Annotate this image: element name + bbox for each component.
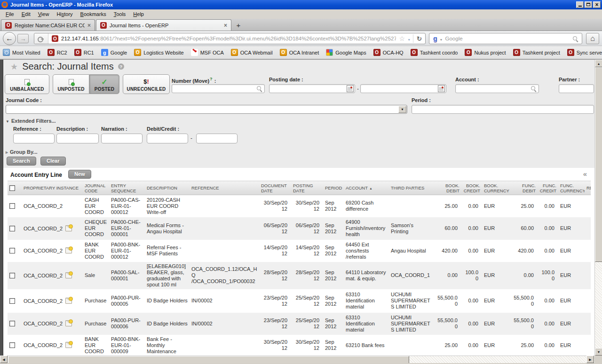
column-header-reconcile[interactable]: RE — [585, 181, 591, 195]
partner-input[interactable] — [559, 84, 594, 93]
column-header-account[interactable]: ACCOUNT — [344, 181, 389, 195]
back-button[interactable]: ← — [3, 32, 16, 45]
attachment-icon[interactable] — [65, 225, 72, 231]
bookmark-star-icon[interactable] — [399, 34, 405, 43]
attachment-icon[interactable] — [65, 272, 72, 278]
filter-button-unbalanced[interactable]: UNBALANCED — [5, 74, 49, 94]
posting-date-from-input[interactable] — [269, 84, 355, 93]
bookmark-msf-oca[interactable]: MSF OCA — [191, 49, 224, 56]
attachment-icon[interactable] — [65, 247, 72, 253]
reference-input[interactable] — [13, 134, 55, 143]
attachment-icon[interactable] — [65, 342, 72, 348]
left-sidebar-strip[interactable] — [0, 60, 3, 356]
bookmark-most-visited[interactable]: Most Visited — [3, 49, 40, 56]
row-checkbox[interactable] — [9, 298, 15, 304]
column-header-instance[interactable]: PROPRIETARY INSTANCE — [22, 181, 83, 195]
tab-close-icon[interactable] — [224, 22, 227, 29]
scroll-up-button[interactable]: ▲ — [595, 60, 602, 67]
bookmark-oca-hq[interactable]: OCA-HQ — [373, 49, 404, 56]
magnifier-icon[interactable] — [257, 86, 262, 91]
table-row[interactable]: OCA_COORD_2CHEQUE EUR COORDPA000-CHE-EUR… — [8, 217, 591, 240]
tab-1[interactable]: Register Name:CASH EUR COORD - Ope... — [1, 19, 95, 31]
tab-2[interactable]: Journal Items - OpenERP — [96, 19, 231, 31]
table-row[interactable]: OCA_COORD_2SalePA000-SAL-000001[ELAEBEAG… — [8, 262, 591, 289]
column-header-post-date[interactable]: POSTING DATE — [291, 181, 323, 195]
reload-button[interactable] — [413, 34, 422, 43]
column-header-book-debit[interactable]: BOOK. DEBIT — [434, 181, 461, 195]
magnifier-icon[interactable] — [531, 86, 536, 91]
filter-button-posted[interactable]: POSTED — [89, 74, 119, 94]
narration-input[interactable] — [101, 134, 143, 143]
minimize-button[interactable] — [576, 1, 584, 8]
horizontal-scrollbar[interactable]: ◀ ▶ — [0, 356, 594, 363]
vertical-scroll-thumb[interactable] — [595, 67, 602, 262]
period-input[interactable] — [412, 105, 594, 114]
url-bar[interactable]: 212.147.41.165:8061/?next=%2Fopenerp%2Ft… — [34, 33, 426, 44]
column-header-checkbox[interactable] — [8, 181, 22, 195]
bookmark-oca-webmail[interactable]: OCA Webmail — [231, 49, 273, 56]
restore-button[interactable] — [585, 1, 592, 8]
table-row[interactable]: OCA_COORD_2BANK EUR COORDPA000-BNK-EUR-0… — [8, 240, 591, 262]
home-button[interactable] — [586, 33, 599, 44]
vertical-scrollbar[interactable]: ▲ ▼ — [594, 60, 602, 356]
column-header-doc-date[interactable]: DOCUMENT DATE — [259, 181, 291, 195]
calendar-icon[interactable] — [347, 85, 354, 92]
column-header-func-currency[interactable]: FUNC. CURRENCY — [558, 181, 585, 195]
credit-to-input[interactable] — [196, 134, 238, 143]
menu-history[interactable]: History — [53, 10, 76, 18]
table-row[interactable]: OCA_COORD_2CASH EUR COORDPA000-CAS-EUR-0… — [8, 195, 591, 217]
column-header-book-currency[interactable]: BOOK. CURRENCY — [482, 181, 509, 195]
bookmark-google[interactable]: Google — [101, 49, 127, 56]
scroll-down-button[interactable]: ▼ — [595, 348, 602, 356]
column-header-book-credit[interactable]: BOOK. CREDIT — [461, 181, 482, 195]
table-row[interactable]: OCA_COORD_2PurchasePA000-PUR-000006ID Ba… — [8, 313, 591, 335]
row-checkbox[interactable] — [9, 226, 15, 231]
bookmark-nukus-project[interactable]: Nukus project — [465, 49, 506, 56]
menu-edit[interactable]: Edit — [18, 10, 34, 18]
bookmark-sync-server[interactable]: Sync server — [567, 49, 602, 56]
group-by-toggle[interactable]: Group By... — [6, 149, 38, 155]
bookmark-tashkent-coordo[interactable]: Tashkent coordo — [411, 49, 458, 56]
column-header-period[interactable]: PERIOD — [323, 181, 344, 195]
clear-button[interactable]: Clear — [40, 157, 66, 166]
scroll-right-button[interactable]: ▶ — [586, 356, 594, 363]
select-all-checkbox[interactable] — [9, 185, 15, 191]
debit-from-input[interactable] — [147, 134, 188, 143]
posting-date-to-input[interactable] — [360, 84, 446, 93]
bookmark-tashkent-project[interactable]: Tashkent project — [513, 49, 560, 56]
number-move-input[interactable] — [172, 84, 265, 93]
column-header-third-parties[interactable]: THIRD PARTIES — [389, 181, 434, 195]
url-text[interactable]: 212.147.41.165:8061/?next=%2Fopenerp%2Ft… — [61, 36, 396, 41]
menu-help[interactable]: Help — [129, 10, 148, 18]
row-checkbox[interactable] — [9, 321, 15, 326]
search-engine-dropdown-icon[interactable] — [440, 34, 443, 43]
row-checkbox[interactable] — [9, 342, 15, 348]
search-box[interactable]: g Google — [429, 33, 582, 44]
bookmark-google-maps[interactable]: Google Maps — [326, 49, 366, 56]
column-header-reference[interactable]: REFERENCE — [190, 181, 259, 195]
horizontal-scroll-thumb[interactable] — [8, 356, 409, 364]
journal-code-select[interactable] — [6, 105, 407, 114]
extended-filters-toggle[interactable]: Extended Filters... — [6, 118, 56, 124]
row-checkbox[interactable] — [9, 273, 15, 278]
column-header-func-credit[interactable]: FUNC. CREDIT — [538, 181, 558, 195]
table-row[interactable]: OCA_COORD_2PurchasePA000-PUR-000005ID Ba… — [8, 289, 591, 313]
new-button[interactable]: New — [68, 170, 91, 179]
dropdown-arrow-icon[interactable] — [398, 106, 406, 113]
url-dropdown-icon[interactable] — [407, 34, 411, 43]
menu-bookmarks[interactable]: Bookmarks — [77, 10, 110, 18]
column-header-description[interactable]: DESCRIPTION — [145, 181, 190, 195]
table-row[interactable]: OCA_COORD_2BANK EUR COORDPA000-BNK-EUR-0… — [8, 335, 591, 356]
row-checkbox[interactable] — [9, 203, 15, 209]
bookmark-oca-intranet[interactable]: OCA Intranet — [280, 49, 319, 56]
site-identity-box[interactable] — [34, 33, 48, 44]
help-badge[interactable]: ? — [118, 63, 124, 70]
bookmark-logistics-website[interactable]: Logistics Website — [134, 49, 183, 56]
description-input[interactable] — [56, 134, 99, 143]
calendar-icon[interactable] — [438, 85, 445, 92]
bookmark-rc2[interactable]: RC2 — [48, 49, 67, 56]
scroll-left-button[interactable]: ◀ — [0, 356, 8, 363]
filter-button-unreconciled[interactable]: UNRECONCILED — [123, 74, 170, 94]
close-button[interactable] — [593, 1, 601, 8]
tab-close-icon[interactable] — [87, 22, 91, 29]
